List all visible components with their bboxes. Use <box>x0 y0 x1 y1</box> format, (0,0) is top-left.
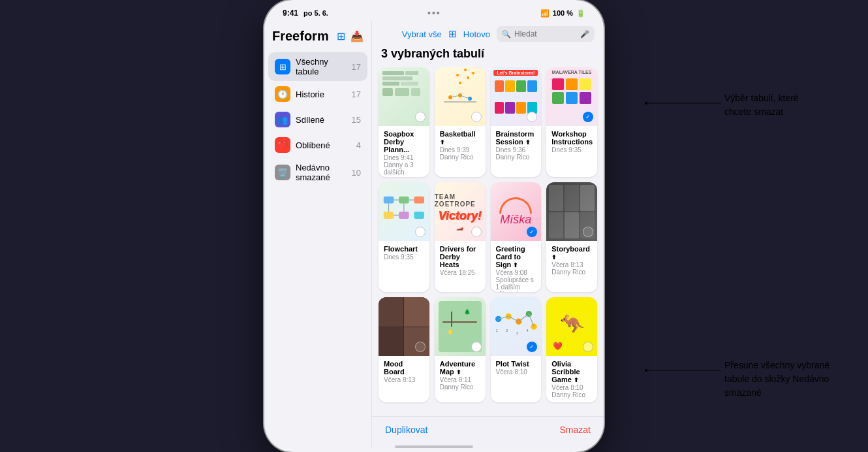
board-info: Workshop Instructions Dnes 9:35 <box>546 126 597 157</box>
sidebar-item-favorites[interactable]: ❤️ Oblíbené 4 <box>268 133 367 157</box>
board-thumbnail <box>379 67 429 126</box>
board-info: Adventure Map ⬆ Včera 8:11 Danny Rico <box>435 356 486 395</box>
board-info: Storyboard ⬆ Včera 8:13 Danny Rico <box>546 241 597 280</box>
history-icon: 🕐 <box>275 86 290 102</box>
board-date: Včera 8:13 <box>384 376 424 383</box>
svg-line-25 <box>529 314 534 327</box>
board-date: Dnes 9:35 <box>551 146 592 153</box>
deleted-icon: 🗑️ <box>275 165 290 180</box>
annotation-bottom-line3: smazané <box>724 387 762 398</box>
board-name: Greeting Card to Sign ⬆ <box>496 245 536 268</box>
board-thumbnail: 🦘 ❤️ <box>546 297 597 356</box>
board-card-olivia[interactable]: 🦘 ❤️ Olivia Scribble Game ⬆ Včera 8:10 D… <box>546 297 597 402</box>
board-info: Mood Board Včera 8:13 <box>379 356 429 387</box>
search-bar[interactable]: 🔍 🎤 <box>497 26 595 42</box>
board-thumbnail <box>379 182 429 241</box>
sidebar-item-label: Oblíbené <box>296 140 351 150</box>
board-card-storyboard[interactable]: Storyboard ⬆ Včera 8:13 Danny Rico <box>546 182 597 292</box>
svg-rect-11 <box>414 212 424 219</box>
annotation-top-right: Výběr tabulí, které chcete smazat <box>724 91 842 119</box>
board-author: Danny Rico <box>440 383 480 391</box>
svg-point-17 <box>495 316 501 322</box>
sidebar-icon-btn[interactable]: ⊞ <box>337 30 345 42</box>
board-card-workshop[interactable]: MALAVERA TILES ✓ <box>546 67 597 177</box>
done-button[interactable]: Hotovo <box>463 29 490 39</box>
sidebar-item-history[interactable]: 🕐 Historie 17 <box>268 82 367 106</box>
board-name: Brainstorm Session ⬆ <box>496 130 536 146</box>
board-date: Včera 8:10 <box>551 384 592 391</box>
content-area: Vybrat vše ⊞ Hotovo 🔍 🎤 3 vybraných tabu… <box>372 21 604 448</box>
board-date: Včera 18:25 <box>440 269 480 276</box>
board-thumbnail: Míška ✓ <box>491 182 542 241</box>
svg-text:3: 3 <box>516 331 518 335</box>
svg-point-21 <box>531 323 536 329</box>
battery-icon: 🔋 <box>576 9 585 18</box>
shared-icon: 👥 <box>275 112 290 127</box>
svg-rect-8 <box>414 197 424 204</box>
wifi-icon: 📶 <box>540 9 550 18</box>
toolbar: Vybrat vše ⊞ Hotovo 🔍 🎤 <box>372 21 604 44</box>
sidebar-item-count: 17 <box>352 62 361 72</box>
board-card-flowchart[interactable]: Flowchart Dnes 9:35 <box>379 182 429 292</box>
board-card-soapbox[interactable]: Soapbox Derby Plann... Dnes 9:41 Danny a… <box>379 67 429 177</box>
board-thumbnail: 🌲 ⭐ <box>435 297 486 356</box>
sidebar-item-count: 10 <box>352 168 361 178</box>
annotation-top-line2: chcete smazat <box>724 106 783 117</box>
board-name: Drivers for Derby Heats <box>440 245 480 268</box>
sidebar-item-count: 4 <box>356 140 361 150</box>
search-icon: 🔍 <box>502 30 511 39</box>
svg-rect-9 <box>384 212 394 219</box>
status-dots: ••• <box>427 8 441 18</box>
board-card-brainstorm[interactable]: Let's Brainstorm! <box>491 67 542 177</box>
board-name: Olivia Scribble Game ⬆ <box>551 360 592 383</box>
bottom-bar: Duplikovat Smazat <box>372 416 604 448</box>
board-info: Soapbox Derby Plann... Dnes 9:41 Danny a… <box>379 126 429 177</box>
board-author: Danny a 3 dalších <box>384 161 424 176</box>
sidebar-item-shared[interactable]: 👥 Sdílené 15 <box>268 107 367 132</box>
svg-line-5 <box>460 95 470 99</box>
board-name: Storyboard ⬆ <box>551 245 592 261</box>
board-name: Adventure Map ⬆ <box>440 360 480 376</box>
board-author: Danny Rico <box>440 153 480 161</box>
status-battery: 100 % <box>553 9 573 17</box>
board-card-moodboard[interactable]: Mood Board Včera 8:13 <box>379 297 429 402</box>
status-bar: 9:41 po 5. 6. ••• 📶 100 % 🔋 <box>264 0 604 21</box>
sidebar-item-all[interactable]: ⊞ Všechny tabule 17 <box>268 52 367 81</box>
grid-icon[interactable]: ⊞ <box>448 28 457 40</box>
duplicate-button[interactable]: Duplikovat <box>385 425 427 435</box>
board-name: Soapbox Derby Plann... <box>384 130 424 153</box>
board-author: Danny Rico <box>496 153 536 161</box>
board-card-greeting[interactable]: Míška ✓ Greeting Card to Sign ⬆ Včera 9:… <box>491 182 542 292</box>
annotation-bottom-line2: tabule do složky Nedávno <box>724 374 829 384</box>
board-name: Mood Board <box>384 360 424 376</box>
board-date: Včera 8:13 <box>551 261 592 268</box>
search-input[interactable] <box>514 29 577 39</box>
annotation-bottom-line1: Přesune všechny vybrané <box>724 360 829 370</box>
board-card-adventure[interactable]: 🌲 ⭐ Adventure Map ⬆ Včera 8:11 Danny Ric… <box>435 297 486 402</box>
mic-icon[interactable]: 🎤 <box>580 30 589 39</box>
board-thumbnail <box>546 182 597 241</box>
board-thumbnail: MALAVERA TILES ✓ <box>546 67 597 126</box>
board-date: Dnes 9:36 <box>496 146 536 153</box>
svg-text:2: 2 <box>506 329 508 332</box>
sidebar-archive-icon[interactable]: 📥 <box>350 30 364 42</box>
board-name: Plot Twist <box>496 360 536 368</box>
svg-point-31 <box>645 102 647 105</box>
sidebar-item-count: 15 <box>352 115 361 125</box>
board-info: Flowchart Dnes 9:35 <box>379 241 429 265</box>
board-card-plottwist[interactable]: 1 2 3 4 ✓ Plot Twist Včera 8:10 <box>491 297 542 402</box>
board-author: Spolupráce s 1 dalším uživatelem <box>496 276 536 292</box>
svg-rect-10 <box>399 212 409 219</box>
board-date: Dnes 9:41 <box>384 154 424 161</box>
board-info: Greeting Card to Sign ⬆ Včera 9:08 Spolu… <box>491 241 542 292</box>
board-author: Danny Rico <box>551 391 592 398</box>
sidebar-item-label: Nedávno smazané <box>296 163 347 182</box>
delete-button[interactable]: Smazat <box>560 425 591 435</box>
svg-rect-7 <box>399 197 409 204</box>
select-all-button[interactable]: Vybrat vše <box>402 29 442 39</box>
board-card-derby[interactable]: TEAM ZOETROPE Victory! 🏎️ Drivers for De… <box>435 182 486 292</box>
sidebar-item-label: Historie <box>296 89 347 99</box>
sidebar-item-deleted[interactable]: 🗑️ Nedávno smazané 10 <box>268 158 367 187</box>
svg-text:1: 1 <box>495 329 497 332</box>
board-card-basketball[interactable]: Basketball ⬆ Dnes 9:39 Danny Rico <box>435 67 486 177</box>
